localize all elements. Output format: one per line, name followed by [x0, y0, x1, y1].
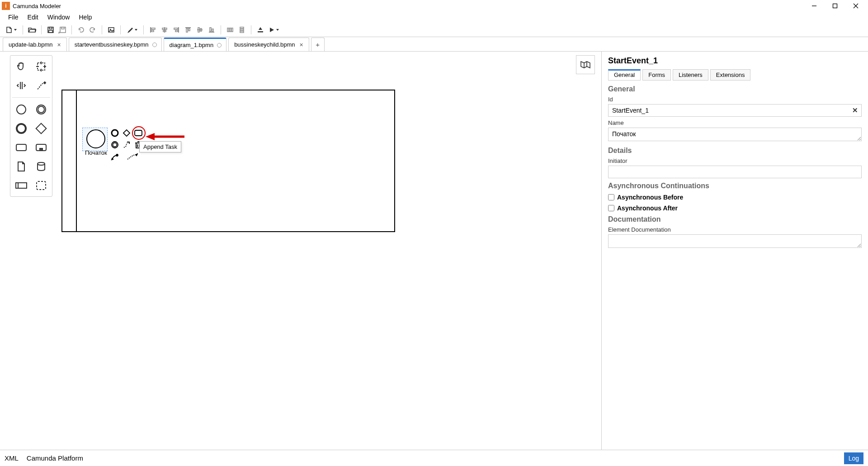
props-tab-listeners[interactable]: Listeners	[673, 69, 708, 81]
lasso-tool[interactable]	[32, 58, 50, 75]
start-event-tool[interactable]	[12, 101, 30, 118]
task-tool[interactable]	[12, 139, 30, 156]
group-tool[interactable]	[32, 177, 50, 194]
title-bar: i Camunda Modeler	[0, 0, 868, 12]
global-connect-tool[interactable]	[32, 77, 50, 94]
svg-marker-4	[14, 29, 17, 31]
properties-panel-toggle[interactable]: Properties Panel	[601, 142, 602, 196]
deploy-button[interactable]	[255, 24, 266, 35]
name-input[interactable]	[608, 128, 862, 141]
async-after-checkbox[interactable]	[608, 205, 614, 211]
undo-button[interactable]	[75, 24, 86, 35]
menu-file[interactable]: File	[4, 13, 23, 22]
svg-marker-12	[135, 29, 137, 31]
space-tool[interactable]	[12, 77, 30, 94]
svg-rect-31	[227, 28, 229, 32]
minimap-toggle-button[interactable]	[576, 55, 595, 74]
async-before-checkbox[interactable]	[608, 194, 614, 200]
align-top-button[interactable]	[183, 24, 193, 35]
svg-rect-14	[151, 28, 155, 29]
align-left-button[interactable]	[147, 24, 158, 35]
canvas-area[interactable]: Початок	[0, 52, 601, 450]
doc-textarea[interactable]	[608, 234, 862, 248]
app-title: Camunda Modeler	[13, 3, 61, 10]
selected-element-title: StartEvent_1	[608, 56, 862, 66]
intermediate-event-tool[interactable]	[32, 101, 50, 118]
doc-label: Element Documentation	[608, 226, 862, 233]
subprocess-tool[interactable]	[32, 139, 50, 156]
append-task-button[interactable]	[133, 128, 144, 138]
align-right-button[interactable]	[171, 24, 182, 35]
close-icon[interactable]: ×	[57, 42, 62, 48]
start-event-node[interactable]: Початок	[85, 129, 107, 156]
align-bottom-button[interactable]	[206, 24, 217, 35]
footer-xml-button[interactable]: XML	[5, 454, 19, 462]
align-center-h-button[interactable]	[159, 24, 170, 35]
file-tab-update-lab[interactable]: update-lab.bpmn ×	[3, 38, 67, 51]
data-store-tool[interactable]	[32, 158, 50, 175]
section-doc-header: Documentation	[608, 215, 862, 223]
footer-platform-button[interactable]: Camunda Platform	[27, 454, 83, 462]
data-object-tool[interactable]	[12, 158, 30, 175]
svg-point-65	[112, 130, 118, 136]
window-minimize-button[interactable]	[804, 0, 825, 12]
window-maximize-button[interactable]	[825, 0, 845, 12]
dirty-icon	[152, 43, 157, 47]
end-event-tool[interactable]	[12, 120, 30, 137]
props-tab-extensions[interactable]: Extensions	[710, 69, 751, 81]
id-clear-icon[interactable]: ✕	[852, 106, 858, 114]
svg-point-59	[38, 162, 45, 165]
text-annotation-button[interactable]	[121, 139, 132, 150]
svg-rect-53	[36, 124, 47, 134]
app-icon: i	[2, 2, 10, 10]
id-input[interactable]	[608, 104, 862, 117]
svg-point-49	[17, 105, 26, 114]
menu-edit[interactable]: Edit	[23, 13, 43, 22]
connect-button[interactable]	[121, 151, 143, 162]
color-button[interactable]	[124, 24, 140, 35]
menu-help[interactable]: Help	[74, 13, 96, 22]
name-label: Name	[608, 119, 862, 126]
run-button[interactable]	[267, 24, 282, 35]
close-icon[interactable]: ×	[299, 42, 304, 48]
window-close-button[interactable]	[845, 0, 866, 12]
file-tab-diagram-1[interactable]: diagram_1.bpmn	[164, 38, 227, 51]
distribute-v-button[interactable]	[236, 24, 247, 35]
svg-rect-66	[123, 130, 130, 136]
change-type-button[interactable]	[109, 151, 120, 162]
image-export-button[interactable]	[106, 24, 117, 35]
bpmn-pool[interactable]: Початок	[61, 90, 395, 232]
section-async-header: Asynchronous Continuations	[608, 182, 862, 190]
initiator-input[interactable]	[608, 166, 862, 178]
pool-tool[interactable]	[12, 177, 30, 194]
hand-tool[interactable]	[12, 58, 30, 75]
tab-strip: update-lab.bpmn × starteventbussineskey.…	[0, 37, 868, 52]
save-button[interactable]	[45, 24, 56, 35]
open-file-button[interactable]	[27, 24, 38, 35]
save-as-button[interactable]	[57, 24, 68, 35]
props-tab-forms[interactable]: Forms	[642, 69, 671, 81]
svg-rect-62	[37, 181, 46, 190]
footer-bar: XML Camunda Platform Log	[0, 450, 868, 466]
svg-rect-34	[240, 27, 244, 29]
file-tab-bussineskeychild[interactable]: bussineskeychild.bpmn ×	[228, 38, 309, 51]
append-end-event-button[interactable]	[109, 128, 120, 138]
async-after-label: Asynchronous After	[617, 204, 678, 212]
new-tab-button[interactable]: +	[311, 38, 325, 51]
append-intermediate-event-button[interactable]	[109, 139, 120, 150]
svg-rect-20	[174, 28, 178, 29]
section-details-header: Details	[608, 147, 862, 155]
align-center-v-button[interactable]	[194, 24, 205, 35]
redo-button[interactable]	[87, 24, 98, 35]
file-tab-starteventbussineskey[interactable]: starteventbussineskey.bpmn	[69, 38, 162, 51]
async-before-row[interactable]: Asynchronous Before	[608, 194, 862, 201]
async-after-row[interactable]: Asynchronous After	[608, 204, 862, 212]
append-gateway-button[interactable]	[121, 128, 132, 138]
new-file-button[interactable]	[4, 24, 19, 35]
footer-log-button[interactable]: Log	[844, 452, 863, 464]
file-tab-label: update-lab.bpmn	[9, 41, 53, 48]
menu-window[interactable]: Window	[43, 13, 75, 22]
props-tab-general[interactable]: General	[608, 69, 641, 81]
gateway-tool[interactable]	[32, 120, 50, 137]
distribute-h-button[interactable]	[225, 24, 236, 35]
